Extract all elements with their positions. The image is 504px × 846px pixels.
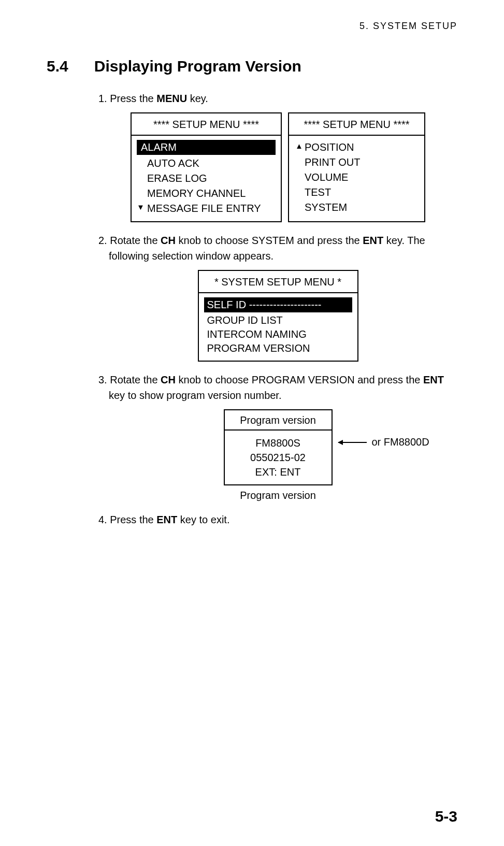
menu2-item-test: TEST xyxy=(294,185,419,200)
system-setup-menu-items: SELF ID --------------------- GROUP ID L… xyxy=(199,293,357,361)
page-number: 5-3 xyxy=(435,808,457,825)
menu1-item-autoack: AUTO ACK xyxy=(137,156,276,171)
pv-ext: EXT: ENT xyxy=(225,465,332,479)
program-version-title: Program version xyxy=(225,410,332,431)
down-arrow-icon: ▼ xyxy=(137,203,145,211)
menu2-item-system: SYSTEM xyxy=(294,200,419,215)
setup-menu-1-items: ALARM AUTO ACK ERASE LOG MEMORY CHANNEL … xyxy=(132,136,281,221)
pv-model: FM8800S xyxy=(225,436,332,450)
menu1-item-eraselog: ERASE LOG xyxy=(137,171,276,186)
menu2-item-volume: VOLUME xyxy=(294,170,419,185)
program-version-section: Program version FM8800S 0550215-02 EXT: … xyxy=(98,409,457,485)
section-number: 5.4 xyxy=(47,58,68,75)
up-arrow-icon: ▲ xyxy=(295,141,303,150)
chapter-header: 5. SYSTEM SETUP xyxy=(47,21,457,32)
menu1-item-alarm: ALARM xyxy=(137,140,276,155)
sysmenu-item-selfid: SELF ID --------------------- xyxy=(204,297,352,312)
menu2-item-printout: PRINT OUT xyxy=(294,155,419,170)
system-setup-menu-title: * SYSTEM SETUP MENU * xyxy=(199,271,357,293)
program-version-body: FM8800S 0550215-02 EXT: ENT xyxy=(225,431,332,484)
section-heading: Displaying Program Version xyxy=(94,58,301,75)
menu1-item-memorychannel: MEMORY CHANNEL xyxy=(137,186,276,201)
sysmenu-item-groupid: GROUP ID LIST xyxy=(204,313,352,327)
sysmenu-item-programversion: PROGRAM VERSION xyxy=(204,341,352,355)
step-4: 4. Press the ENT key to exit. xyxy=(98,512,457,527)
program-version-annotation: or FM8800D xyxy=(335,436,429,448)
system-setup-menu-wrap: * SYSTEM SETUP MENU * SELF ID ----------… xyxy=(98,270,457,362)
setup-menu-1: **** SETUP MENU **** ALARM AUTO ACK ERAS… xyxy=(131,112,282,222)
setup-menu-2-title: **** SETUP MENU **** xyxy=(289,113,424,136)
section-title: 5.4Displaying Program Version xyxy=(47,58,457,75)
program-version-caption: Program version xyxy=(98,490,457,501)
setup-menu-2: **** SETUP MENU **** ▲ POSITION PRINT OU… xyxy=(288,112,425,222)
pv-annotation-text: or FM8800D xyxy=(372,436,429,448)
sysmenu-item-intercom: INTERCOM NAMING xyxy=(204,327,352,341)
setup-menus-row: **** SETUP MENU **** ALARM AUTO ACK ERAS… xyxy=(98,112,457,222)
menu2-item-position: ▲ POSITION xyxy=(294,140,419,155)
pv-number: 0550215-02 xyxy=(225,450,332,465)
system-setup-menu: * SYSTEM SETUP MENU * SELF ID ----------… xyxy=(198,270,358,362)
step-2: 2. Rotate the CH knob to choose SYSTEM a… xyxy=(98,233,457,264)
step-3: 3. Rotate the CH knob to choose PROGRAM … xyxy=(98,372,457,403)
arrow-left-icon xyxy=(338,442,367,442)
step-1: 1. Press the MENU key. xyxy=(98,91,457,106)
setup-menu-2-items: ▲ POSITION PRINT OUT VOLUME TEST SYSTEM xyxy=(289,136,424,220)
setup-menu-1-title: **** SETUP MENU **** xyxy=(132,113,281,136)
menu1-item-messagefile: ▼ MESSAGE FILE ENTRY xyxy=(137,201,276,216)
program-version-box: Program version FM8800S 0550215-02 EXT: … xyxy=(224,409,333,485)
